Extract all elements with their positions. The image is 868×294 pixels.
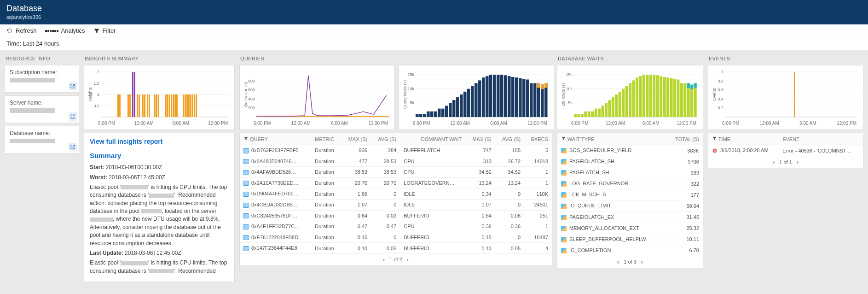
redacted-value (10, 139, 55, 143)
table-row[interactable]: IO_QUEUE_LIMIT68.64 (557, 200, 703, 212)
svg-rect-133 (666, 77, 669, 117)
insights-title: INSIGHTS SUMMARY (84, 54, 235, 62)
column-header[interactable]: METRIC (311, 133, 341, 145)
db-waits-chart[interactable]: Db Waits (s)5k10k15k 6:00 PM12:00 AM6:00… (557, 65, 703, 129)
time-range-bar[interactable]: Time: Last 24 hours (0, 37, 868, 50)
svg-rect-116 (608, 100, 611, 117)
query-icon (243, 148, 249, 153)
resource-card: Database name: (5, 126, 79, 153)
query-waits-chart[interactable]: Query Waits (s)5k10k15k 6:00 PM12:00 AM6… (399, 65, 554, 129)
table-row[interactable]: 0x8A480B040746…Duration47728.53CPU31026.… (240, 156, 552, 167)
svg-rect-124 (636, 77, 638, 117)
table-row[interactable]: 0xA4E1FFD2D77C…Duration0.470.47CPU0.360.… (240, 221, 552, 232)
table-row[interactable]: MEMORY_ALLOCATION_EXT25.32 (557, 223, 703, 234)
resource-label: Subscription name: (10, 69, 74, 76)
svg-rect-113 (598, 109, 601, 117)
analytics-button[interactable]: Analytics (45, 27, 85, 34)
table-row[interactable]: 0x4AFA9BDD526…Duration38.5338.53CPU34.52… (240, 167, 552, 178)
page-subtitle: sqlanalytics356 (6, 14, 862, 20)
column-header[interactable]: QUERY (240, 133, 311, 145)
column-header[interactable]: AVG (S) (371, 133, 400, 145)
svg-text:Events: Events (712, 88, 717, 101)
filter-button[interactable]: Filter (93, 27, 116, 34)
svg-rect-15 (134, 72, 135, 117)
queries-prev[interactable]: ‹ (383, 256, 385, 263)
svg-rect-22 (154, 94, 156, 117)
events-title: EVENTS (708, 54, 863, 62)
query-duration-chart[interactable]: Query dur. (s)200400600800 6:00 PM12:00 … (240, 65, 394, 129)
table-row[interactable]: 0x147F23844F44E8Duration0.100.05BUFFERIO… (240, 243, 552, 254)
error-icon (712, 148, 718, 153)
svg-rect-36 (190, 94, 191, 117)
popout-button[interactable] (69, 112, 77, 121)
query-icon (243, 170, 249, 175)
events-prev[interactable]: ‹ (773, 159, 775, 165)
table-row[interactable]: SOS_SCHEDULER_YIELD383K (557, 145, 703, 156)
table-row[interactable]: 0x4CBDAD32DB5…Duration1.070IDLE1.0702450… (240, 199, 552, 210)
svg-rect-19 (144, 94, 145, 117)
filter-column-icon[interactable] (561, 136, 566, 141)
table-row[interactable]: 0xC824056576DF…Duration0.640.02BUFFERIO0… (240, 210, 552, 221)
popout-button[interactable] (69, 143, 77, 151)
table-row[interactable]: 3/6/2018, 2:00:20 AMError - 40536 - 'COL… (708, 145, 863, 156)
filter-column-icon[interactable] (243, 136, 249, 141)
query-icon (243, 192, 249, 197)
column-header[interactable]: AVG (S) (495, 133, 524, 145)
svg-rect-23 (156, 94, 157, 117)
resource-card: Subscription name: (5, 65, 79, 93)
svg-rect-28 (171, 94, 172, 117)
svg-rect-109 (584, 112, 587, 117)
column-header[interactable]: WAIT TYPE (557, 133, 666, 145)
events-chart[interactable]: Events0.20.40.60.81 6:00 PM12:00 AM6:00 … (708, 65, 863, 129)
svg-rect-59 (416, 114, 419, 117)
column-header[interactable]: MAX (S) (341, 133, 371, 145)
column-header[interactable]: TIME (708, 133, 779, 145)
table-row[interactable]: 0xD762F283F7FBF5Duration936284BUFFERLATC… (240, 145, 552, 156)
svg-rect-78 (486, 76, 489, 117)
table-row[interactable]: IO_COMPLETION6.70 (557, 245, 703, 256)
svg-rect-21 (149, 94, 150, 117)
insights-chart[interactable]: Insights0.511.52 6:00 PM12:00 AM6:00 AM1… (84, 65, 234, 129)
svg-text:Insights: Insights (88, 87, 93, 102)
table-row[interactable]: PAGEIOLATCH_EX31.45 (557, 212, 703, 223)
popout-button[interactable] (69, 82, 77, 90)
svg-rect-121 (625, 86, 628, 117)
refresh-button[interactable]: Refresh (6, 27, 37, 34)
column-header[interactable]: MAX (S) (465, 133, 495, 145)
svg-rect-91 (533, 83, 537, 118)
filter-column-icon[interactable] (712, 136, 717, 141)
svg-rect-81 (497, 75, 500, 117)
events-next[interactable]: › (797, 159, 799, 165)
svg-text:1: 1 (97, 92, 99, 97)
wait-icon (561, 170, 567, 176)
waits-prev[interactable]: ‹ (617, 259, 619, 265)
column-header[interactable]: EVENT (779, 133, 863, 145)
svg-rect-132 (663, 77, 666, 117)
svg-rect-136 (677, 80, 679, 117)
svg-rect-13 (129, 94, 131, 117)
table-row[interactable]: SLEEP_BUFFERPOOL_HELPLW10.11 (557, 234, 703, 245)
svg-rect-30 (174, 94, 176, 117)
table-row[interactable]: LCK_M_SCH_S177 (557, 189, 703, 200)
column-header[interactable]: DOMINANT WAIT (400, 133, 465, 145)
table-row[interactable]: LOG_RATE_GOVERNOR322 (557, 178, 703, 189)
table-row[interactable]: PAGEIOLATCH_SH9706 (557, 156, 703, 167)
column-header[interactable]: TOTAL (S) (666, 133, 703, 145)
svg-rect-93 (537, 83, 540, 88)
table-row[interactable]: PAGELATCH_SH939 (557, 167, 703, 178)
page-title: Database (6, 4, 862, 13)
svg-rect-140 (687, 83, 690, 88)
waits-next[interactable]: › (641, 259, 643, 265)
queries-table: QUERYMETRICMAX (S)AVG (S)DOMINANT WAITMA… (240, 133, 552, 254)
svg-rect-17 (139, 94, 140, 117)
svg-rect-39 (196, 94, 197, 117)
wait-icon (561, 215, 567, 220)
queries-next[interactable]: › (407, 256, 409, 263)
view-full-report-link[interactable]: View full insights report (90, 138, 162, 145)
column-header[interactable]: EXECS (524, 133, 552, 145)
table-row[interactable]: 0xD904A4FED700…Duration1.890IDLE0.340110… (240, 188, 552, 200)
resource-label: Database name: (10, 130, 74, 136)
table-row[interactable]: 0x9A10A7736EED…Duration20.7020.70LOGRATE… (240, 177, 552, 188)
table-row[interactable]: 0xE761222848FB8DDuration0.150BUFFERIO0.1… (240, 232, 552, 243)
svg-text:600: 600 (248, 88, 255, 92)
